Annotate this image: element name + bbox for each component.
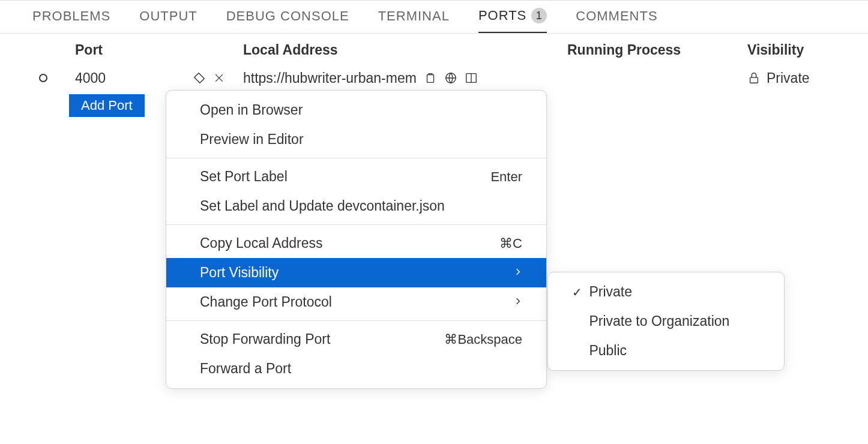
- ports-table-header: Port Local Address Running Process Visib…: [0, 34, 868, 64]
- port-context-menu: Open in Browser Preview in Editor Set Po…: [166, 90, 547, 389]
- svg-rect-3: [750, 77, 758, 83]
- visibility-value: Private: [767, 70, 810, 86]
- status-indicator-icon: [39, 74, 47, 82]
- add-port-button[interactable]: Add Port: [69, 94, 145, 117]
- panel-tabs: PROBLEMS OUTPUT DEBUG CONSOLE TERMINAL P…: [0, 0, 868, 34]
- header-visibility: Visibility: [747, 42, 868, 58]
- tag-icon[interactable]: [193, 71, 206, 85]
- menu-divider: [166, 224, 546, 225]
- port-number: 4000: [75, 70, 106, 86]
- tab-ports-label: PORTS: [478, 8, 526, 23]
- chevron-right-icon: [514, 266, 522, 279]
- header-port: Port: [75, 42, 237, 58]
- lock-icon: [747, 71, 761, 85]
- shortcut-label: ⌘C: [499, 236, 522, 251]
- menu-divider: [166, 320, 546, 321]
- chevron-right-icon: [514, 296, 522, 308]
- tab-debug-console[interactable]: DEBUG CONSOLE: [226, 8, 349, 32]
- submenu-private-org[interactable]: Private to Organization: [548, 307, 784, 336]
- menu-copy-local-address[interactable]: Copy Local Address ⌘C: [166, 229, 546, 258]
- close-icon[interactable]: [213, 71, 225, 85]
- ports-count-badge: 1: [531, 8, 547, 23]
- svg-rect-0: [427, 75, 433, 83]
- visibility-submenu: ✓ Private Private to Organization Public: [547, 272, 785, 371]
- menu-divider: [166, 158, 546, 158]
- globe-icon[interactable]: [444, 71, 457, 85]
- tab-terminal[interactable]: TERMINAL: [378, 8, 450, 32]
- header-local-address: Local Address: [243, 42, 561, 58]
- submenu-private[interactable]: ✓ Private: [548, 277, 784, 307]
- check-icon: ✓: [568, 285, 585, 299]
- tab-problems[interactable]: PROBLEMS: [32, 8, 110, 32]
- menu-preview-in-editor[interactable]: Preview in Editor: [166, 125, 546, 154]
- port-row[interactable]: 4000 https://hubwriter-urban-mem Private: [0, 64, 868, 92]
- menu-change-port-protocol[interactable]: Change Port Protocol: [166, 287, 546, 317]
- menu-open-in-browser[interactable]: Open in Browser: [166, 95, 546, 125]
- split-preview-icon[interactable]: [465, 71, 478, 85]
- shortcut-label: ⌘Backspace: [444, 332, 522, 347]
- menu-set-label-devcontainer[interactable]: Set Label and Update devcontainer.json: [166, 191, 546, 221]
- tab-output[interactable]: OUTPUT: [139, 8, 197, 32]
- menu-forward-a-port[interactable]: Forward a Port: [166, 354, 546, 383]
- menu-stop-forwarding[interactable]: Stop Forwarding Port ⌘Backspace: [166, 325, 546, 354]
- shortcut-label: Enter: [490, 169, 522, 185]
- header-running-process: Running Process: [567, 42, 741, 58]
- menu-port-visibility[interactable]: Port Visibility: [166, 258, 546, 287]
- local-address: https://hubwriter-urban-mem: [243, 70, 417, 86]
- copy-icon[interactable]: [424, 71, 437, 85]
- tab-ports[interactable]: PORTS 1: [478, 8, 547, 33]
- tab-comments[interactable]: COMMENTS: [576, 8, 657, 32]
- submenu-public[interactable]: Public: [548, 336, 784, 365]
- menu-set-port-label[interactable]: Set Port Label Enter: [166, 162, 546, 191]
